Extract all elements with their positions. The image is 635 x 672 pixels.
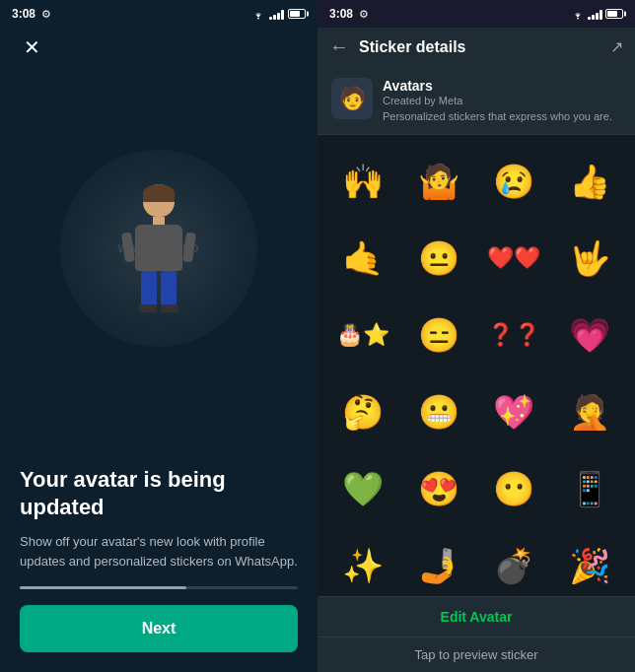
sticker-pack-text: Avatars Created by Meta Personalized sti…: [383, 78, 621, 122]
avatar-foot-left: [139, 304, 157, 312]
sticker-item[interactable]: ❤️❤️: [476, 220, 552, 297]
avatar-leg-left: [141, 271, 157, 306]
bottom-content: Your avatar is being updated Show off yo…: [0, 450, 318, 672]
close-button[interactable]: ✕: [16, 32, 47, 63]
sticker-item[interactable]: 😢: [476, 143, 552, 220]
sticker-grid: 🙌 🤷 😢 👍 🤙 😐 ❤️❤️ 🤟 🎂⭐ 😑 ❓❓ 💗 🤔 😬 💖 🤦: [318, 135, 635, 596]
sticker-row-5: 💚 😍 😶 📱: [325, 450, 627, 527]
update-desc: Show off your avatar's new look with pro…: [20, 532, 298, 571]
sticker-item[interactable]: 💚: [325, 450, 401, 527]
avatar-circle: WABETAINFO: [60, 150, 257, 347]
right-panel: 3:08 ⚙ ← Sticker details ↗ 🧑: [318, 0, 635, 672]
status-icons-right-bar: [571, 9, 623, 20]
screen-title: Sticker details: [359, 38, 600, 56]
share-icon[interactable]: ↗: [610, 37, 623, 56]
sticker-pack-creator: Created by Meta: [383, 95, 621, 106]
edit-avatar-button[interactable]: Edit Avatar: [318, 597, 635, 638]
settings-icon-left: ⚙: [41, 8, 51, 21]
sticker-row-6: ✨ 🤳 💣 🎉: [325, 527, 627, 596]
next-button[interactable]: Next: [20, 605, 298, 652]
sticker-pack-desc: Personalized stickers that express who y…: [383, 110, 621, 122]
sticker-item[interactable]: 🤷: [401, 143, 477, 220]
bottom-actions: Edit Avatar Tap to preview sticker: [318, 596, 635, 672]
sticker-row-3: 🎂⭐ 😑 ❓❓ 💗: [325, 297, 627, 373]
sticker-row-2: 🤙 😐 ❤️❤️ 🤟: [325, 220, 627, 297]
status-icons-right: [251, 9, 306, 20]
back-button[interactable]: ←: [329, 35, 349, 58]
status-time-left: 3:08: [12, 7, 35, 21]
svg-point-1: [577, 17, 579, 19]
avatar-foot-right: [161, 304, 178, 312]
battery-icon-left: [288, 9, 306, 19]
progress-bar-container: [20, 586, 298, 589]
avatar-figure: [119, 184, 198, 312]
sticker-item[interactable]: ❓❓: [476, 297, 552, 373]
avatar-legs: [141, 271, 176, 306]
sticker-item[interactable]: 😐: [401, 220, 477, 297]
battery-icon-right: [605, 9, 623, 19]
sticker-item[interactable]: 👍: [552, 143, 628, 220]
wifi-icon-right: [571, 9, 585, 20]
tap-preview-label: Tap to preview sticker: [318, 638, 635, 672]
sticker-item[interactable]: 💣: [476, 527, 552, 596]
sticker-item[interactable]: 🎉: [552, 527, 628, 596]
sticker-item[interactable]: 😶: [476, 450, 552, 527]
sticker-item[interactable]: 💖: [476, 373, 552, 450]
status-bar-left: 3:08 ⚙: [0, 0, 318, 28]
sticker-item[interactable]: 🙌: [325, 143, 401, 220]
sticker-row-1: 🙌 🤷 😢 👍: [325, 143, 627, 220]
sticker-item[interactable]: 😬: [401, 373, 477, 450]
sticker-item[interactable]: 🤦: [552, 373, 628, 450]
sticker-item[interactable]: ✨: [325, 527, 401, 596]
close-icon: ✕: [24, 37, 40, 57]
sticker-item[interactable]: 📱: [552, 450, 628, 527]
sticker-item[interactable]: 💗: [552, 297, 628, 373]
sticker-item[interactable]: 🤳: [401, 527, 477, 596]
avatar-head: [143, 184, 175, 217]
sticker-item[interactable]: 😑: [401, 297, 477, 373]
avatar-leg-right: [161, 271, 176, 306]
status-time-right: 3:08: [329, 7, 353, 21]
settings-icon-right: ⚙: [359, 8, 369, 21]
left-panel: 3:08 ⚙ ✕ WABETAINFO: [0, 0, 318, 672]
sticker-pack-thumbnail: 🧑: [331, 78, 373, 119]
avatar-area: WABETAINFO: [0, 47, 318, 450]
progress-bar-fill: [20, 586, 186, 589]
top-bar: ← Sticker details ↗: [318, 28, 635, 66]
update-title: Your avatar is being updated: [20, 466, 298, 522]
wifi-icon-left: [251, 9, 265, 20]
avatar-neck: [153, 217, 165, 224]
sticker-item[interactable]: 🤔: [325, 373, 401, 450]
signal-bars-right: [588, 9, 602, 20]
sticker-item[interactable]: 😍: [401, 450, 477, 527]
sticker-pack-info: 🧑 Avatars Created by Meta Personalized s…: [318, 66, 635, 135]
avatar-feet: [139, 304, 178, 312]
sticker-pack-name: Avatars: [383, 78, 621, 94]
sticker-item[interactable]: 🤙: [325, 220, 401, 297]
sticker-row-4: 🤔 😬 💖 🤦: [325, 373, 627, 450]
sticker-item[interactable]: 🎂⭐: [325, 297, 401, 373]
status-bar-right: 3:08 ⚙: [318, 0, 635, 28]
sticker-item[interactable]: 🤟: [552, 220, 628, 297]
signal-bars-left: [269, 9, 284, 20]
svg-point-0: [257, 17, 259, 19]
avatar-body: [135, 225, 182, 272]
avatar-hair: [143, 184, 175, 202]
